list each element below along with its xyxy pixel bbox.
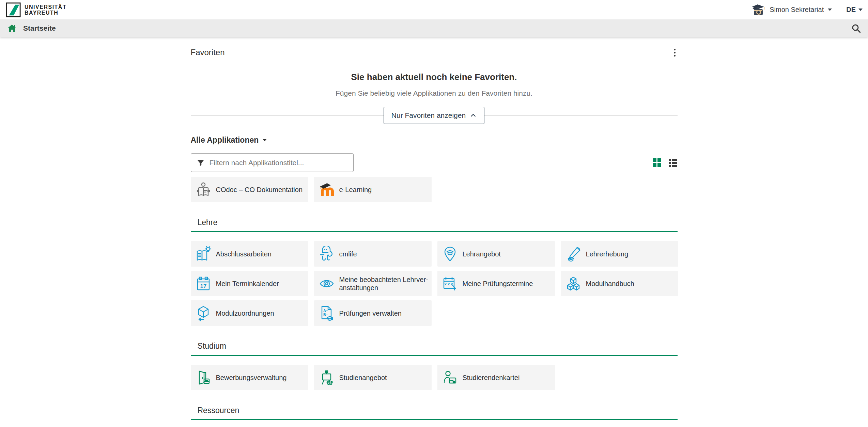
pin-cap-icon — [442, 246, 458, 262]
filter-input[interactable] — [210, 159, 348, 167]
app-tile-cmlife[interactable]: cmlife — [314, 241, 432, 267]
eye-icon — [319, 275, 335, 292]
app-tile-label: Prüfungen verwalten — [339, 309, 402, 317]
filter-funnel-icon — [197, 159, 205, 167]
app-tile-label: Modulhandbuch — [586, 280, 634, 288]
studium-app-grid: Bewerbungsverwaltung Studienangebot Stud… — [191, 365, 678, 390]
app-tile-bewerbungsverwaltung[interactable]: Bewerbungsverwaltung — [191, 365, 308, 390]
section-title: Lehre — [191, 218, 678, 227]
section-lehre: Lehre Abschlussarbeiten cmlife Lehrangeb… — [191, 218, 678, 326]
grades-doc-icon: A–B– — [319, 305, 335, 321]
section-divider — [191, 355, 678, 356]
nav-home[interactable]: Startseite — [7, 24, 56, 32]
app-tile-label: Studienangebot — [339, 374, 387, 382]
app-tile-codoc[interactable]: COdoc – CO Dokumentation — [191, 177, 308, 202]
quill-cap-icon — [565, 246, 582, 262]
svg-text:B–: B– — [323, 313, 328, 317]
elephant-icon — [319, 246, 335, 262]
filter-input-box — [191, 153, 354, 172]
all-applications-title: Alle Applikationen — [191, 136, 259, 145]
show-only-favorites-button[interactable]: Nur Favoriten anzeigen — [384, 107, 484, 124]
user-menu[interactable]: Simon Sekretariat — [750, 4, 832, 16]
avatar — [750, 4, 765, 16]
svg-text:A–: A– — [323, 309, 328, 313]
logo-line1: UNIVERSITÄT — [25, 4, 66, 10]
app-tile-label: COdoc – CO Dokumentation — [216, 186, 303, 194]
favorites-title: Favoriten — [191, 48, 225, 57]
app-tile-label: Abschlussarbeiten — [216, 250, 272, 258]
app-tile-label: Lehrerhebung — [586, 250, 629, 258]
app-tile-label: Studierendenkartei — [463, 374, 520, 382]
app-tile-elearning[interactable]: e-Learning — [314, 177, 432, 202]
app-tile-studierendenkartei[interactable]: Studierendenkartei — [437, 365, 555, 390]
app-tile-label: Mein Terminkalender — [216, 280, 279, 288]
app-tile-terminkalender[interactable]: 17 Mein Terminkalender — [191, 271, 308, 296]
user-name: Simon Sekretariat — [770, 6, 824, 14]
section-divider — [191, 231, 678, 232]
nav-bar: Startseite — [0, 19, 868, 37]
favorites-toggle-row: Nur Favoriten anzeigen — [191, 107, 678, 124]
search-button[interactable] — [852, 24, 861, 33]
lehre-app-grid: Abschlussarbeiten cmlife Lehrangebot Leh… — [191, 241, 678, 326]
app-tile-label: cmlife — [339, 250, 357, 258]
language-menu[interactable]: DE — [846, 6, 863, 14]
app-tile-label: Bewerbungsverwaltung — [216, 374, 287, 382]
door-box-icon — [195, 369, 212, 386]
section-divider — [191, 419, 678, 420]
chevron-up-icon — [470, 112, 477, 119]
app-tile-pruefungstermine[interactable]: x x x Meine Prüfungstermine — [437, 271, 555, 296]
person-card-icon — [442, 369, 458, 386]
section-title: Studium — [191, 342, 678, 351]
section-title: Ressourcen — [191, 406, 678, 415]
app-tile-modulhandbuch[interactable]: Modulhandbuch — [561, 271, 678, 296]
app-tile-studienangebot[interactable]: Studienangebot — [314, 365, 432, 390]
svg-text:x x x: x x x — [444, 282, 453, 286]
app-tile-label: Lehrangebot — [463, 250, 501, 258]
cubes-icon — [565, 275, 582, 292]
chevron-down-icon — [858, 9, 863, 11]
university-logo-icon — [5, 2, 21, 18]
app-tile-label: Meine beobachteten Lehrver- anstaltungen — [339, 275, 428, 292]
calendar-17-icon: 17 — [195, 275, 212, 292]
book-bulb-icon — [195, 246, 212, 262]
app-tile-label: e-Learning — [339, 186, 372, 194]
home-icon — [7, 24, 16, 32]
language-label: DE — [846, 6, 856, 14]
app-tile-modulzuordnungen[interactable]: Modulzuordnungen — [191, 300, 308, 326]
section-ressourcen: Ressourcen — [191, 406, 678, 427]
calendar-exam-icon: x x x — [442, 275, 458, 292]
app-tile-beobachtete-lv[interactable]: Meine beobachteten Lehrver- anstaltungen — [314, 271, 432, 296]
chevron-down-icon — [263, 139, 267, 141]
list-view-icon — [668, 158, 678, 167]
grid-view-icon — [652, 158, 662, 167]
favorites-empty-title: Sie haben aktuell noch keine Favoriten. — [191, 72, 678, 82]
top-bar: UNIVERSITÄT BAYREUTH Simon Sekretariat D… — [0, 0, 868, 19]
nav-home-label: Startseite — [23, 24, 56, 32]
app-tile-label: Modulzuordnungen — [216, 309, 274, 317]
app-tile-lehrerhebung[interactable]: Lehrerhebung — [561, 241, 678, 267]
section-studium: Studium Bewerbungsverwaltung Studienange… — [191, 342, 678, 390]
app-tile-pruefungen-verwalten[interactable]: A–B– Prüfungen verwalten — [314, 300, 432, 326]
kebab-menu-icon[interactable] — [672, 47, 678, 58]
logo-line2: BAYREUTH — [25, 10, 66, 16]
app-tile-label: Meine Prüfungstermine — [463, 280, 533, 288]
ungrouped-app-grid: COdoc – CO Dokumentation e-Learning — [191, 177, 678, 202]
all-applications-dropdown[interactable]: Alle Applikationen — [191, 135, 678, 145]
university-logo: UNIVERSITÄT BAYREUTH — [5, 2, 66, 18]
chevron-down-icon — [828, 9, 832, 11]
app-tile-lehrangebot[interactable]: Lehrangebot — [437, 241, 555, 267]
show-only-favorites-label: Nur Favoriten anzeigen — [391, 111, 466, 120]
person-reading-icon — [195, 181, 212, 198]
main-content: Favoriten Sie haben aktuell noch keine F… — [191, 47, 678, 427]
app-tile-abschlussarbeiten[interactable]: Abschlussarbeiten — [191, 241, 308, 267]
favorites-empty-subtitle: Fügen Sie beliebig viele Applikationen z… — [191, 89, 678, 97]
svg-text:17: 17 — [200, 283, 206, 289]
grid-view-toggle[interactable] — [652, 158, 662, 167]
search-icon — [852, 24, 861, 33]
sign-cap-icon — [319, 369, 335, 386]
list-view-toggle[interactable] — [668, 158, 678, 167]
cube-arrow-icon — [195, 305, 212, 321]
moodle-icon — [319, 181, 335, 198]
